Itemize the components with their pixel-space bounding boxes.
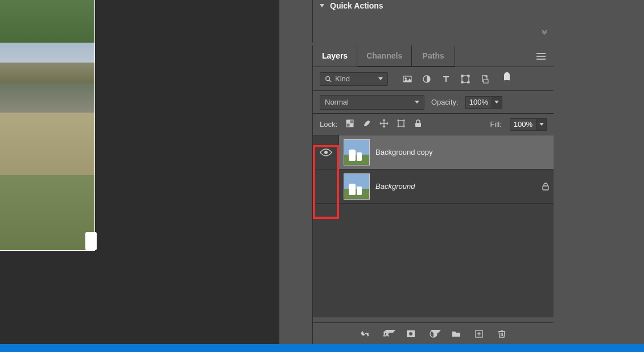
fill-label: Fill: (490, 120, 502, 129)
tab-layers[interactable]: Layers (313, 45, 357, 67)
svg-rect-17 (346, 123, 350, 127)
filter-type-icon[interactable] (441, 74, 451, 84)
taskbar-strip[interactable] (0, 344, 644, 352)
lock-artboard-icon[interactable] (397, 119, 406, 130)
layer-name[interactable]: Background (375, 182, 538, 191)
fill-dropdown-arrow[interactable] (536, 118, 547, 131)
layer-filter-icons (403, 74, 489, 84)
right-panels-column: Quick Actions Layers Channels Paths Kind (279, 0, 644, 344)
svg-rect-10 (468, 75, 469, 77)
svg-line-4 (329, 80, 331, 81)
fill-input[interactable]: 100% (510, 118, 536, 131)
quick-actions-header[interactable]: Quick Actions (313, 0, 554, 11)
filter-shape-icon[interactable] (461, 74, 470, 84)
panel-menu-icon[interactable] (529, 45, 554, 67)
filter-adjustment-icon[interactable] (422, 74, 431, 84)
blend-mode-row: Normal Opacity: 100% (313, 91, 554, 114)
panel-tabs: Layers Channels Paths (313, 45, 554, 67)
layer-row[interactable]: Background copy (313, 135, 554, 169)
svg-rect-18 (398, 121, 404, 126)
svg-rect-2 (536, 59, 546, 60)
layers-panel: Layers Channels Paths Kind (312, 45, 554, 344)
layer-name[interactable]: Background copy (375, 148, 554, 156)
chevron-down-icon (494, 101, 499, 103)
opacity-input[interactable]: 100% (465, 96, 492, 109)
opacity-value: 100% (469, 98, 488, 106)
lock-row: Lock: Fill: 100% (313, 114, 554, 135)
chevron-down-icon (415, 101, 419, 103)
svg-point-28 (324, 151, 328, 154)
svg-rect-0 (536, 53, 546, 54)
svg-rect-11 (461, 81, 463, 83)
layer-thumbnail[interactable] (344, 139, 370, 165)
layer-visibility-toggle[interactable] (313, 169, 339, 203)
blend-mode-value: Normal (325, 98, 349, 106)
delete-layer-icon[interactable] (497, 329, 507, 339)
eye-icon (320, 148, 332, 156)
canvas-area[interactable] (0, 0, 279, 344)
blend-mode-dropdown[interactable]: Normal (320, 95, 424, 110)
quick-actions-panel: Quick Actions (312, 0, 554, 43)
layers-empty-area[interactable] (313, 204, 554, 317)
lock-transparency-icon[interactable] (345, 119, 354, 130)
kind-label: Kind (335, 74, 350, 83)
opacity-label: Opacity: (431, 98, 459, 106)
filter-smartobject-icon[interactable] (480, 74, 489, 84)
lock-image-icon[interactable] (362, 119, 371, 130)
svg-rect-9 (461, 75, 463, 77)
lock-position-icon[interactable] (379, 119, 389, 130)
layer-row[interactable]: Background (313, 169, 554, 204)
layer-locked-icon (538, 183, 554, 191)
quick-actions-expand-icon[interactable] (541, 30, 548, 38)
adjustment-layer-icon[interactable] (428, 329, 439, 339)
canvas-image[interactable] (0, 0, 95, 251)
tab-paths[interactable]: Paths (412, 45, 455, 67)
new-layer-icon[interactable] (474, 329, 484, 339)
layer-filter-row: Kind (313, 67, 554, 91)
svg-rect-14 (346, 120, 350, 123)
group-layers-icon[interactable] (451, 329, 461, 339)
svg-rect-1 (536, 56, 546, 57)
chevron-down-icon (320, 4, 324, 7)
lock-all-icon[interactable] (414, 119, 423, 130)
quick-actions-title: Quick Actions (330, 1, 383, 10)
lock-label: Lock: (320, 120, 337, 129)
svg-point-32 (408, 332, 412, 336)
svg-rect-12 (468, 81, 469, 83)
layer-thumbnail[interactable] (344, 173, 370, 200)
svg-rect-13 (484, 80, 488, 83)
chevron-down-icon (385, 330, 395, 340)
tab-channels[interactable]: Channels (357, 45, 412, 67)
layer-kind-dropdown[interactable]: Kind (320, 72, 388, 86)
svg-rect-15 (350, 123, 353, 127)
layers-footer: fx (313, 322, 554, 344)
canvas-resize-handle[interactable] (85, 232, 97, 250)
filter-toggle-switch[interactable] (504, 72, 510, 82)
svg-point-3 (326, 76, 330, 80)
link-layers-icon[interactable] (360, 329, 370, 339)
fill-value: 100% (514, 120, 532, 129)
chevron-down-icon (431, 330, 441, 340)
layer-mask-icon[interactable] (406, 329, 416, 339)
chevron-down-icon (539, 123, 544, 126)
svg-point-6 (405, 77, 407, 79)
chevron-down-icon (378, 77, 383, 80)
svg-rect-29 (543, 186, 548, 190)
opacity-dropdown-arrow[interactable] (492, 96, 502, 109)
search-icon (325, 76, 332, 82)
layer-style-icon[interactable]: fx (383, 329, 393, 339)
svg-rect-27 (415, 123, 421, 127)
layers-list: Background copy Background (313, 135, 554, 317)
svg-rect-16 (350, 120, 353, 123)
layer-visibility-toggle[interactable] (313, 135, 339, 169)
filter-pixel-icon[interactable] (403, 74, 412, 84)
